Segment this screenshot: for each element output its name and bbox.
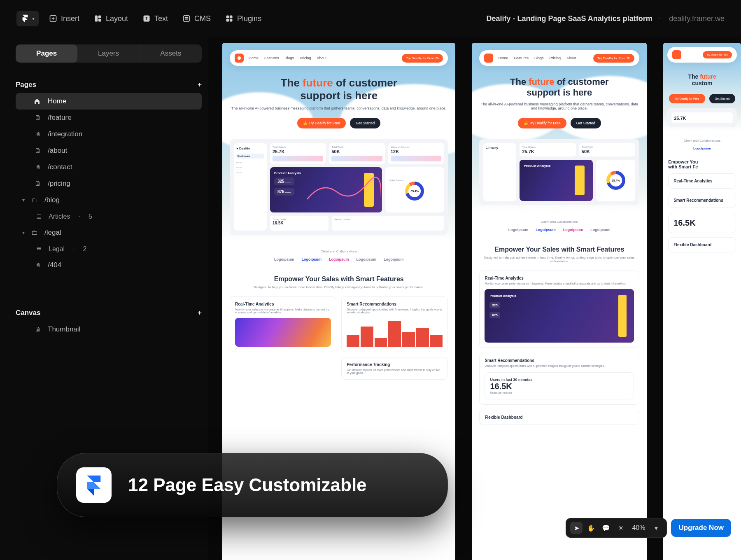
feature-card-smart: Smart Recommendations Discover untapped … [479, 353, 639, 405]
svg-rect-3 [98, 19, 101, 22]
plugins-tool[interactable]: Plugins [221, 11, 266, 26]
tree-legal-sub[interactable]: ≣Legal·2 [16, 241, 202, 257]
nav-cta-label: Try Dealify for Free [406, 56, 434, 60]
svg-point-13 [238, 56, 241, 60]
svg-rect-2 [98, 16, 101, 19]
frame-tablet[interactable]: Home Features Blogs Pricing About Try De… [472, 43, 647, 560]
tree-feature-label: /feature [48, 114, 72, 122]
nav-home[interactable]: Home [498, 56, 508, 60]
text-tool[interactable]: T Text [138, 11, 172, 26]
articles-count: 5 [89, 213, 92, 220]
project-title: Dealify - Landing Page SaaS Analytics pl… [486, 14, 652, 23]
features-heading: Empower Your Sales with Smart Features [230, 275, 448, 283]
tree-articles-label: Articles [49, 213, 70, 220]
nav-cta[interactable]: Try Dealify for Free 🛍 [402, 54, 443, 63]
nav-about[interactable]: About [317, 56, 327, 60]
features-section: Empower Your Sales with Smart Features D… [222, 266, 455, 390]
tab-layers[interactable]: Layers [77, 44, 139, 63]
nav-links: Home Features Blogs Pricing About [249, 56, 326, 60]
db-icon: ≣ [35, 245, 43, 253]
framer-logo-icon [21, 14, 30, 23]
page-icon: 🗎 [34, 114, 42, 121]
tree-blog[interactable]: ▾🗀/blog [16, 192, 202, 208]
folder-icon: 🗀 [30, 196, 39, 204]
tree-thumbnail[interactable]: 🗎Thumbnail [16, 321, 202, 338]
page-icon: 🗎 [34, 326, 42, 333]
layout-label: Layout [106, 14, 128, 23]
frame-mobile[interactable]: Try Dealify for Free The futurecustom Tr… [663, 43, 741, 560]
legal-count: 2 [83, 245, 87, 253]
upgrade-button[interactable]: Upgrade Now [671, 519, 731, 537]
page-icon: 🗎 [34, 261, 42, 269]
page-icon: 🗎 [34, 180, 42, 187]
nav-features[interactable]: Features [514, 56, 529, 60]
svg-rect-11 [226, 19, 229, 22]
tree-contact[interactable]: 🗎/contact [16, 159, 202, 175]
canvas-section-header: Canvas + [16, 309, 202, 317]
cms-tool[interactable]: CMS [178, 11, 215, 26]
zoom-dropdown[interactable]: ▾ [650, 522, 662, 534]
insert-tool[interactable]: Insert [44, 11, 84, 26]
hand-tool[interactable]: ✋ [585, 522, 597, 534]
tree-feature[interactable]: 🗎/feature [16, 110, 202, 126]
tree-legal[interactable]: ▾🗀/legal [16, 224, 202, 241]
panel-segmented-tabs: Pages Layers Assets [16, 44, 202, 63]
nav-blogs[interactable]: Blogs [285, 56, 294, 60]
chevron-icon: ▾ [22, 197, 25, 203]
hero-cta-secondary[interactable]: Get Started [350, 118, 380, 128]
svg-rect-7 [185, 17, 188, 18]
nav-pricing[interactable]: Pricing [549, 56, 561, 60]
tab-pages[interactable]: Pages [16, 44, 77, 63]
client-logo: Logoipsum [329, 257, 349, 261]
tree-thumbnail-label: Thumbnail [48, 325, 80, 334]
site-logo-icon [484, 54, 493, 63]
cursor-tool[interactable]: ➤ [570, 522, 583, 534]
hero-section: Home Features Blogs Pricing About Try De… [222, 43, 455, 242]
nav-cta[interactable]: Try Dealify for Free 🛍 [593, 54, 634, 63]
tree-404[interactable]: 🗎/404 [16, 257, 202, 273]
page-icon: 🗎 [34, 131, 42, 138]
chevron-icon: ▾ [22, 230, 25, 236]
nav-features[interactable]: Features [264, 56, 279, 60]
clients-section: Client and Collaborations Logoipsum Logo… [222, 242, 455, 266]
tree-pricing[interactable]: 🗎/pricing [16, 175, 202, 192]
nav-about[interactable]: About [566, 56, 576, 60]
framer-app-icon [76, 467, 112, 503]
hero-cta-primary[interactable]: 👍 Try Dealify for Free [297, 118, 346, 128]
tab-assets[interactable]: Assets [140, 44, 202, 63]
svg-rect-12 [230, 19, 233, 22]
project-url[interactable]: dealify.framer.we [669, 14, 725, 23]
tree-integration[interactable]: 🗎/integration [16, 126, 202, 142]
tree-404-label: /404 [48, 261, 61, 269]
layout-tool[interactable]: Layout [89, 11, 132, 26]
feature-card-rta: Real-Time Analytics Monitor your sales p… [230, 296, 336, 352]
tree-articles[interactable]: ≣Articles·5 [16, 208, 202, 224]
feature-card-flex: Flexible Dashboard [479, 410, 639, 425]
theme-toggle[interactable]: ☀ [615, 522, 627, 534]
nav-blogs[interactable]: Blogs [534, 56, 544, 60]
svg-rect-10 [230, 16, 233, 19]
zoom-level[interactable]: 40% [629, 524, 648, 532]
nav-home[interactable]: Home [249, 56, 259, 60]
text-label: Text [154, 14, 168, 23]
site-logo-icon [235, 54, 244, 63]
hero-cta-secondary[interactable]: Get Started [571, 118, 601, 128]
svg-rect-8 [185, 19, 188, 20]
add-page-button[interactable]: + [198, 81, 202, 89]
hero-cta-primary[interactable]: 👍 Try Dealify for Free [518, 118, 566, 128]
feature-card-smart: Smart Recommendations Discover untapped … [341, 296, 448, 352]
nav-pricing[interactable]: Pricing [300, 56, 311, 60]
client-logo: Logoipsum [384, 257, 404, 261]
tree-legal-label: /legal [44, 229, 61, 237]
add-canvas-button[interactable]: + [198, 309, 202, 317]
comment-tool[interactable]: 💬 [600, 522, 612, 534]
svg-rect-9 [226, 16, 229, 19]
hero-title: The future of customersupport is here [479, 77, 639, 98]
plugins-label: Plugins [237, 14, 261, 23]
tree-home[interactable]: Home [16, 93, 202, 110]
svg-rect-1 [95, 16, 98, 22]
tree-about[interactable]: 🗎/about [16, 142, 202, 159]
tree-integration-label: /integration [48, 130, 82, 138]
app-menu-button[interactable]: ▾ [16, 11, 39, 26]
hero-subtitle: The all-in-one AI-powered business messa… [479, 102, 639, 110]
